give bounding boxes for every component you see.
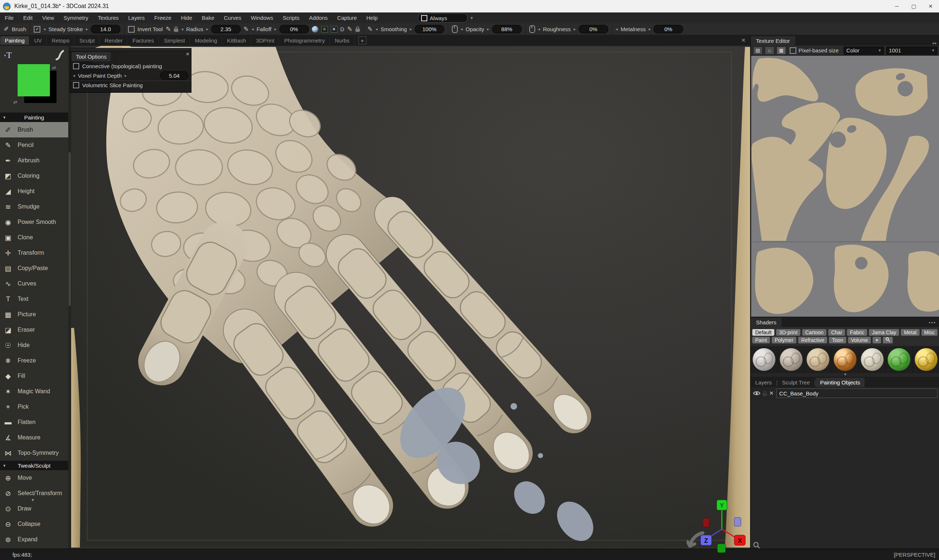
workspace-tab-modeling[interactable]: Modeling	[190, 36, 222, 45]
tool-item-pick[interactable]: ⌖Pick	[0, 399, 68, 414]
shader-category-3d-print[interactable]: 3D-print	[776, 329, 800, 336]
shader-category-paint[interactable]: Paint	[752, 337, 770, 343]
tool-item-eraser[interactable]: ◪Eraser	[0, 322, 68, 337]
shader-bone[interactable]	[861, 348, 883, 371]
tool-item-power-smooth[interactable]: ◉Power Smooth	[0, 214, 68, 230]
udim-tile-dropdown[interactable]: 1001 ▼	[886, 46, 937, 55]
menu-item-addons[interactable]: Addons	[304, 12, 332, 23]
gizmo-bottom-handle[interactable]	[717, 544, 726, 553]
falloff-value[interactable]: 0%	[279, 25, 309, 33]
increment-icon[interactable]: ▸	[410, 27, 412, 32]
shader-category-default[interactable]: Default	[752, 329, 774, 336]
scrollbar-thumb[interactable]	[69, 152, 71, 306]
gizmo-y-axis[interactable]: Y	[720, 502, 724, 509]
tool-item-hide[interactable]: ☉Hide	[0, 337, 68, 353]
shader-green[interactable]	[888, 348, 910, 371]
texture-editor-tab[interactable]: Texture Editor	[751, 36, 795, 45]
workspace-tab-painting[interactable]: Painting	[0, 36, 29, 45]
tab-painting-objects[interactable]: Painting Objects	[816, 378, 865, 387]
increment-icon[interactable]: ▸	[574, 27, 576, 32]
swap-colors-icon[interactable]: ⇄	[13, 99, 17, 105]
shader-silver[interactable]	[752, 348, 776, 371]
shader-category-cartoon[interactable]: Cartoon	[802, 329, 826, 336]
tool-item-fill[interactable]: ◆Fill	[0, 368, 68, 384]
tool-item-brush[interactable]: ✐Brush	[0, 122, 68, 137]
shader-category-fabric[interactable]: Fabric	[847, 329, 867, 336]
workspace-tab-kitbash[interactable]: KitBash	[223, 36, 251, 45]
painting-object-row[interactable]: ✕ CC_Base_Body	[751, 387, 939, 400]
shader-category-jama-clay[interactable]: Jama Clay	[869, 329, 899, 336]
menu-item-help[interactable]: Help	[362, 12, 382, 23]
connective-checkbox[interactable]: ✓	[73, 63, 79, 69]
lock-icon[interactable]	[763, 393, 767, 396]
tab-layers[interactable]: Layers	[751, 378, 776, 387]
pressure-pen-icon[interactable]: ✎	[166, 25, 171, 33]
depth-pen-icon[interactable]: ✎	[347, 25, 352, 33]
menu-item-edit[interactable]: Edit	[19, 12, 37, 23]
3d-viewport[interactable]	[71, 46, 750, 549]
tool-item-magic-wand[interactable]: ✶Magic Wand	[0, 384, 68, 399]
remove-object-icon[interactable]: ✕	[769, 390, 774, 397]
panel-menu-icon[interactable]: •••	[929, 320, 936, 327]
decrement-icon[interactable]: ◂	[43, 27, 45, 32]
swap-colors-icon[interactable]: ⇄	[52, 65, 56, 70]
panel-chevrons-icon[interactable]: ▸▸	[933, 41, 937, 45]
text-preset-icon[interactable]: T	[6, 50, 12, 60]
shader-copper[interactable]	[834, 348, 856, 371]
close-icon[interactable]: ✕	[186, 51, 190, 57]
falloff-pen-icon[interactable]: ✎	[244, 25, 249, 33]
roughness-value[interactable]: 0%	[579, 25, 608, 33]
radius-value[interactable]: 2.35	[211, 25, 241, 33]
primary-color-swatch[interactable]	[18, 64, 50, 96]
workspace-tab-uv[interactable]: UV	[30, 36, 46, 45]
menu-item-freeze[interactable]: Freeze	[150, 12, 176, 23]
pixel-based-checkbox[interactable]: ✓	[790, 47, 796, 54]
falloff-sphere-icon[interactable]	[312, 26, 318, 32]
menu-item-bake[interactable]: Bake	[197, 12, 219, 23]
increment-icon[interactable]: ▸	[649, 27, 651, 32]
minimize-button[interactable]: ─	[888, 0, 905, 12]
object-name[interactable]: CC_Base_Body	[776, 388, 937, 398]
menu-item-textures[interactable]: Textures	[93, 12, 123, 23]
workspace-tab-render[interactable]: Render	[100, 36, 127, 45]
shader-category-metal[interactable]: Metal	[901, 329, 919, 336]
shader-category-misc[interactable]: Misc	[921, 329, 938, 336]
decrement-icon[interactable]: ◂	[376, 27, 378, 32]
stroke-mode-icon[interactable]	[55, 49, 65, 60]
workspace-tab-factures[interactable]: Factures	[128, 36, 159, 45]
voxel-depth-value[interactable]: 5.04	[160, 71, 188, 80]
menu-item-view[interactable]: View	[37, 12, 59, 23]
gizmo-side-handle[interactable]	[734, 517, 741, 526]
workspace-tab-sculpt[interactable]: Sculpt	[75, 36, 99, 45]
decrement-icon[interactable]: ◂	[251, 27, 254, 32]
search-shader-icon[interactable]	[883, 337, 893, 343]
steady-stroke-checkbox[interactable]: ✓	[34, 26, 40, 32]
tool-item-picture[interactable]: ▦Picture	[0, 307, 68, 322]
tool-item-collapse[interactable]: ⊖Collapse	[0, 516, 68, 532]
decrement-icon[interactable]: ◂	[616, 27, 618, 32]
shader-gold[interactable]	[915, 348, 937, 371]
add-workspace-icon[interactable]: +	[358, 36, 367, 45]
uv-preview-canvas[interactable]	[751, 56, 939, 317]
texture-info-icon[interactable]: ▤	[753, 46, 763, 55]
shader-taupe[interactable]	[780, 348, 803, 371]
workspace-tab-photogrammetry[interactable]: Photogrammetry	[280, 36, 330, 45]
tool-item-flatten[interactable]: ▬Flatten	[0, 414, 68, 430]
chevron-down-icon[interactable]: ▼	[470, 16, 474, 20]
panel-grip[interactable]	[70, 48, 191, 51]
increment-icon[interactable]: ▸	[86, 27, 88, 32]
tool-item-draw[interactable]: ⊙Draw	[0, 501, 68, 516]
workspace-tab-nurbs[interactable]: Nurbs	[330, 36, 354, 45]
viewport-canvas[interactable]	[71, 46, 750, 549]
tool-item-smudge[interactable]: ≋Smudge	[0, 199, 68, 214]
lock-icon[interactable]	[355, 29, 360, 32]
tool-item-curves[interactable]: ∿Curves	[0, 276, 68, 291]
workspace-tab-3dprint[interactable]: 3DPrint	[251, 36, 279, 45]
shader-category-refractive[interactable]: Refractive	[798, 337, 827, 343]
tool-item-airbrush[interactable]: ✒Airbrush	[0, 153, 68, 168]
increment-icon[interactable]: ▸	[206, 27, 208, 32]
shader-tan[interactable]	[806, 348, 830, 371]
depth-letter[interactable]: D	[341, 26, 344, 32]
gizmo-x-axis[interactable]: X	[738, 537, 742, 544]
section-header-painting[interactable]: ▼Painting	[0, 112, 68, 122]
